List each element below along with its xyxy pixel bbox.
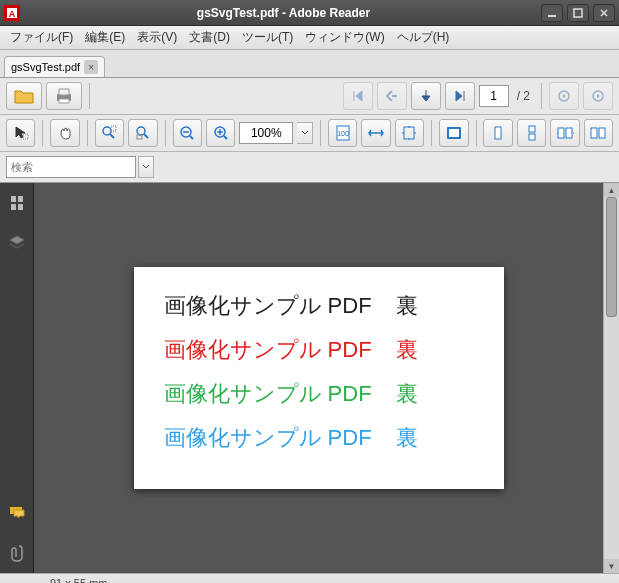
svg-rect-29 <box>18 196 23 202</box>
prev-page-button[interactable] <box>377 82 407 110</box>
doc-line-3: 画像化サンプル PDF裏 <box>164 379 474 409</box>
toolbar-view: 100 <box>0 115 619 152</box>
svg-rect-6 <box>59 99 69 103</box>
marquee-zoom-button[interactable] <box>95 119 124 147</box>
separator <box>320 120 321 146</box>
menubar: ファイル(F) 編集(E) 表示(V) 文書(D) ツール(T) ウィンドウ(W… <box>0 26 619 50</box>
svg-point-10 <box>103 127 111 135</box>
fit-width-page-button[interactable]: 100 <box>328 119 357 147</box>
open-file-button[interactable] <box>6 82 42 110</box>
svg-rect-3 <box>574 9 582 17</box>
tab-close-icon[interactable]: × <box>84 60 98 74</box>
two-page-button[interactable] <box>584 119 613 147</box>
separator <box>476 120 477 146</box>
separator <box>89 83 90 109</box>
svg-rect-27 <box>599 128 605 138</box>
sidebar <box>0 183 34 573</box>
page-view[interactable]: 画像化サンプル PDF裏 画像化サンプル PDF裏 画像化サンプル PDF裏 画… <box>34 183 603 573</box>
fit-width-button[interactable] <box>361 119 390 147</box>
searchbar <box>0 152 619 183</box>
scrollbar-thumb[interactable] <box>606 197 617 317</box>
window-title: gsSvgTest.pdf - Adobe Reader <box>26 6 541 20</box>
comments-panel-icon[interactable] <box>7 503 27 523</box>
svg-rect-20 <box>449 129 459 137</box>
maximize-button[interactable] <box>567 4 589 22</box>
history-forward-button[interactable] <box>583 82 613 110</box>
attachments-panel-icon[interactable] <box>7 543 27 563</box>
hand-tool-button[interactable] <box>50 119 79 147</box>
fullscreen-button[interactable] <box>439 119 468 147</box>
select-tool-button[interactable] <box>6 119 35 147</box>
continuous-page-button[interactable] <box>517 119 546 147</box>
single-page-button[interactable] <box>483 119 512 147</box>
svg-rect-25 <box>566 128 572 138</box>
scroll-down-icon[interactable]: ▼ <box>604 559 619 573</box>
separator <box>165 120 166 146</box>
content-area: 画像化サンプル PDF裏 画像化サンプル PDF裏 画像化サンプル PDF裏 画… <box>0 183 619 573</box>
svg-rect-28 <box>11 196 16 202</box>
zoom-to-100-button[interactable] <box>128 119 157 147</box>
pdf-page: 画像化サンプル PDF裏 画像化サンプル PDF裏 画像化サンプル PDF裏 画… <box>134 267 504 489</box>
menu-edit[interactable]: 編集(E) <box>79 27 131 48</box>
last-page-button[interactable] <box>445 82 475 110</box>
menu-document[interactable]: 文書(D) <box>183 27 236 48</box>
document-tab[interactable]: gsSvgTest.pdf × <box>4 56 105 77</box>
svg-rect-9 <box>23 134 28 139</box>
vertical-scrollbar[interactable]: ▲ ▼ <box>603 183 619 573</box>
menu-help[interactable]: ヘルプ(H) <box>391 27 456 48</box>
svg-rect-26 <box>591 128 597 138</box>
next-page-button[interactable] <box>411 82 441 110</box>
statusbar: 91 x 55 mm <box>0 573 619 583</box>
zoom-dropdown[interactable] <box>297 122 313 144</box>
print-button[interactable] <box>46 82 82 110</box>
history-back-button[interactable] <box>549 82 579 110</box>
zoom-input[interactable] <box>239 122 293 144</box>
thumbnails-panel-icon[interactable] <box>7 193 27 213</box>
separator <box>42 120 43 146</box>
separator <box>431 120 432 146</box>
svg-rect-30 <box>11 204 16 210</box>
page-number-input[interactable] <box>479 85 509 107</box>
svg-text:A: A <box>9 9 16 19</box>
layers-panel-icon[interactable] <box>7 233 27 253</box>
page-size-label: 91 x 55 mm <box>50 577 107 583</box>
svg-point-12 <box>137 127 145 135</box>
search-dropdown[interactable] <box>138 156 154 178</box>
titlebar: A gsSvgTest.pdf - Adobe Reader <box>0 0 619 26</box>
toolbar-main: / 2 <box>0 78 619 115</box>
page-count-label: / 2 <box>513 89 534 103</box>
svg-rect-24 <box>558 128 564 138</box>
doc-line-1: 画像化サンプル PDF裏 <box>164 291 474 321</box>
first-page-button[interactable] <box>343 82 373 110</box>
tabbar: gsSvgTest.pdf × <box>0 50 619 78</box>
minimize-button[interactable] <box>541 4 563 22</box>
fit-page-button[interactable] <box>395 119 424 147</box>
separator <box>87 120 88 146</box>
svg-rect-18 <box>404 127 414 139</box>
two-page-spread-button[interactable] <box>550 119 579 147</box>
menu-window[interactable]: ウィンドウ(W) <box>299 27 390 48</box>
zoom-out-button[interactable] <box>173 119 202 147</box>
search-input[interactable] <box>6 156 136 178</box>
scroll-up-icon[interactable]: ▲ <box>604 183 619 197</box>
svg-rect-21 <box>495 127 501 139</box>
svg-rect-11 <box>111 126 116 131</box>
doc-line-4: 画像化サンプル PDF裏 <box>164 423 474 453</box>
close-button[interactable] <box>593 4 615 22</box>
zoom-in-button[interactable] <box>206 119 235 147</box>
svg-rect-23 <box>529 134 535 140</box>
svg-rect-2 <box>548 15 556 17</box>
doc-line-2: 画像化サンプル PDF裏 <box>164 335 474 365</box>
svg-text:100: 100 <box>337 130 349 137</box>
menu-file[interactable]: ファイル(F) <box>4 27 79 48</box>
svg-rect-22 <box>529 126 535 132</box>
svg-rect-31 <box>18 204 23 210</box>
tab-label: gsSvgTest.pdf <box>11 61 80 73</box>
svg-rect-5 <box>59 89 69 95</box>
app-icon: A <box>4 5 20 21</box>
menu-view[interactable]: 表示(V) <box>131 27 183 48</box>
menu-tool[interactable]: ツール(T) <box>236 27 299 48</box>
separator <box>541 83 542 109</box>
